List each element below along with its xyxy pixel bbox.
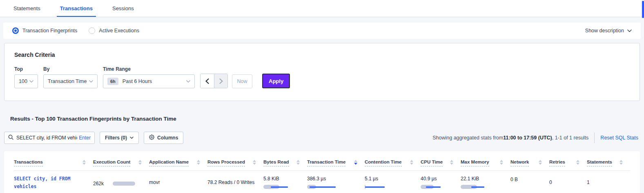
chevron-down-icon	[186, 80, 190, 83]
col-header-retries[interactable]: Retries	[549, 159, 587, 166]
time-next-button[interactable]	[214, 74, 227, 88]
sort-icon[interactable]	[253, 159, 256, 165]
scrollbar-thumb[interactable]	[642, 1, 644, 18]
bytes-read-cell: 5.8 KiB	[263, 171, 307, 193]
execution-count-cell: 262k	[93, 171, 149, 193]
col-header-execution-count[interactable]: Execution Count	[93, 159, 149, 166]
by-label: By	[43, 66, 98, 72]
max-memory-cell: 22.1 KiB	[461, 171, 510, 193]
by-select-value: Transaction Time	[48, 79, 87, 84]
col-header-statements[interactable]: Statements	[587, 159, 630, 166]
col-header-transaction-time[interactable]: Transaction Time	[307, 159, 365, 166]
col-header-application-name[interactable]: Application Name	[149, 159, 207, 166]
tab-transactions[interactable]: Transactions	[57, 0, 96, 17]
transactions-table: Transactions Execution Count Application…	[4, 151, 640, 193]
summary-prefix: Showing aggregated stats from	[432, 135, 503, 141]
radio-active-executions[interactable]: Active Executions	[89, 27, 139, 34]
col-header-bytes-read[interactable]: Bytes Read	[263, 159, 307, 166]
gear-icon	[149, 135, 154, 141]
time-range-field: Time Range 6h Past 6 Hours	[103, 66, 195, 88]
sort-icon[interactable]	[82, 159, 86, 165]
contention-time-bar	[365, 185, 415, 189]
radio-selected-icon	[12, 27, 19, 34]
now-button[interactable]: Now	[232, 74, 252, 88]
fingerprint-searchbox[interactable]: Enter	[4, 132, 95, 144]
top-label: Top	[14, 66, 38, 72]
chevron-down-icon	[29, 80, 33, 83]
cpu-time-cell: 40.9 µs	[421, 171, 461, 193]
retries-cell: 0	[549, 171, 587, 193]
search-input[interactable]	[16, 135, 77, 141]
summary-suffix: , 1-1 of 1 results	[552, 135, 589, 141]
contention-time-cell: 5.1 µs	[365, 171, 421, 193]
time-range-label: Time Range	[103, 66, 195, 72]
top-select-value: 100	[19, 79, 27, 84]
col-header-cpu-time[interactable]: CPU Time	[421, 159, 461, 166]
statements-cell: 1	[587, 171, 630, 193]
col-header-contention-time[interactable]: Contention Time	[365, 159, 421, 166]
show-description-toggle[interactable]: Show description	[585, 28, 632, 34]
search-icon	[8, 134, 13, 141]
sort-icon[interactable]	[450, 159, 453, 165]
radio-label: Active Executions	[99, 28, 139, 34]
time-shift-group	[200, 74, 228, 88]
by-select[interactable]: Transaction Time	[43, 74, 98, 88]
time-range-value: Past 6 Hours	[123, 79, 152, 84]
col-header-network[interactable]: Network	[510, 159, 549, 166]
sort-icon[interactable]	[296, 159, 300, 165]
transaction-time-cell: 386.3 µs	[307, 171, 365, 193]
reset-sql-stats-link[interactable]: Reset SQL Stats	[600, 135, 638, 141]
table-row: SELECT city, id FROM vehicles 262k movr …	[14, 171, 630, 193]
chevron-down-icon	[627, 29, 632, 32]
page-tabbar: Statements Transactions Sessions	[0, 0, 644, 17]
results-title: Results - Top 100 Transaction Fingerprin…	[10, 116, 644, 122]
view-toggle-band: Transaction Fingerprints Active Executio…	[3, 22, 641, 39]
sort-icon[interactable]	[410, 159, 413, 165]
sort-desc-icon[interactable]	[354, 159, 357, 165]
columns-button[interactable]: Columns	[144, 132, 183, 144]
filters-label: Filters (0)	[105, 135, 127, 141]
stats-summary: Showing aggregated stats from 11:00 to 1…	[432, 135, 588, 141]
search-criteria-panel: Search Criteria Top 100 By Transaction T…	[4, 43, 640, 101]
transaction-fingerprint-link[interactable]: SELECT city, id FROM vehicles	[14, 171, 83, 193]
columns-label: Columns	[157, 135, 178, 141]
apply-button[interactable]: Apply	[262, 74, 290, 88]
search-enter-button[interactable]: Enter	[79, 135, 91, 141]
col-header-transactions[interactable]: Transactions	[14, 159, 93, 166]
max-memory-bar	[461, 185, 505, 189]
sort-icon[interactable]	[619, 159, 623, 165]
transaction-time-bar	[307, 185, 359, 189]
time-range-select[interactable]: 6h Past 6 Hours	[103, 74, 195, 88]
divider	[594, 132, 595, 143]
application-name-cell: movr	[149, 171, 207, 193]
summary-range: 11:00 to 17:59 (UTC)	[503, 135, 552, 141]
rows-processed-cell: 78.2 Reads / 0 Writes	[207, 171, 263, 193]
sort-icon[interactable]	[539, 159, 542, 165]
bytes-read-bar	[263, 185, 301, 189]
radio-unselected-icon	[89, 27, 95, 34]
filters-button[interactable]: Filters (0)	[100, 132, 139, 144]
tab-statements[interactable]: Statements	[10, 0, 44, 17]
col-header-rows-processed[interactable]: Rows Processed	[207, 159, 263, 166]
by-field: By Transaction Time	[43, 66, 98, 88]
radio-label: Transaction Fingerprints	[22, 28, 77, 34]
show-description-label: Show description	[585, 28, 624, 34]
chevron-down-icon	[130, 137, 134, 139]
chevron-right-icon	[219, 79, 223, 84]
top-select[interactable]: 100	[14, 74, 38, 88]
top-field: Top 100	[14, 66, 38, 88]
sort-icon[interactable]	[500, 159, 503, 165]
execution-count-bar	[113, 182, 135, 186]
radio-transaction-fingerprints[interactable]: Transaction Fingerprints	[12, 27, 77, 34]
network-cell: 0 B	[510, 171, 549, 193]
time-prev-button[interactable]	[201, 74, 214, 88]
chevron-left-icon	[205, 79, 209, 84]
sort-icon[interactable]	[197, 159, 200, 165]
sort-icon[interactable]	[138, 159, 142, 165]
time-range-badge: 6h	[107, 78, 118, 85]
table-header-row: Transactions Execution Count Application…	[14, 156, 630, 171]
search-criteria-title: Search Criteria	[14, 52, 630, 58]
sort-icon[interactable]	[576, 159, 579, 165]
tab-sessions[interactable]: Sessions	[109, 0, 137, 17]
col-header-max-memory[interactable]: Max Memory	[461, 159, 510, 166]
